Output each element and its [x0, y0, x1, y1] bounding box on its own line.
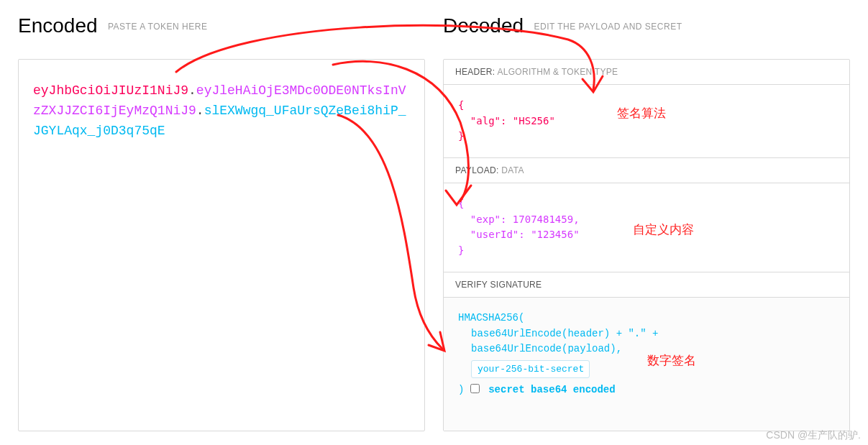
token-header-part: eyJhbGciOiJIUzI1NiJ9 [33, 83, 188, 98]
watermark: CSDN @生产队的驴. [766, 429, 861, 442]
payload-json-editor[interactable]: { "exp": 1707481459, "userId": "123456" … [444, 183, 849, 272]
decoded-subtitle: EDIT THE PAYLOAD AND SECRET [534, 22, 682, 32]
secret-base64-label: secret base64 encoded [488, 384, 615, 395]
secret-input[interactable] [471, 360, 590, 378]
payload-json: { "exp": 1707481459, "userId": "123456" … [458, 196, 835, 259]
encoded-token-input[interactable]: eyJhbGciOiJIUzI1NiJ9.eyJleHAiOjE3MDc0ODE… [18, 59, 425, 431]
header-json-editor[interactable]: { "alg": "HS256" } [444, 85, 849, 158]
header-json: { "alg": "HS256" } [458, 98, 835, 144]
encoded-title: Encoded [18, 14, 98, 37]
payload-section-label: PAYLOAD: DATA [444, 158, 849, 183]
encoded-subtitle: PASTE A TOKEN HERE [108, 22, 207, 32]
signature-section-label: VERIFY SIGNATURE [444, 272, 849, 298]
signature-line-2: base64UrlEncode(header) + "." + [458, 326, 835, 342]
decoded-column: Decoded EDIT THE PAYLOAD AND SECRET HEAD… [443, 14, 850, 431]
decoded-box: HEADER: ALGORITHM & TOKEN TYPE { "alg": … [443, 59, 850, 431]
signature-close-paren: ) [458, 384, 464, 395]
signature-line-1: HMACSHA256( [458, 311, 835, 326]
header-section-label: HEADER: ALGORITHM & TOKEN TYPE [444, 60, 849, 85]
decoded-title: Decoded [443, 14, 524, 37]
secret-base64-checkbox[interactable] [470, 384, 480, 393]
encoded-column: Encoded PASTE A TOKEN HERE eyJhbGciOiJIU… [18, 14, 425, 431]
signature-body: HMACSHA256( base64UrlEncode(header) + ".… [444, 298, 849, 431]
token-dot: . [196, 104, 204, 118]
signature-line-3: base64UrlEncode(payload), [458, 341, 835, 357]
token-dot: . [188, 83, 196, 98]
